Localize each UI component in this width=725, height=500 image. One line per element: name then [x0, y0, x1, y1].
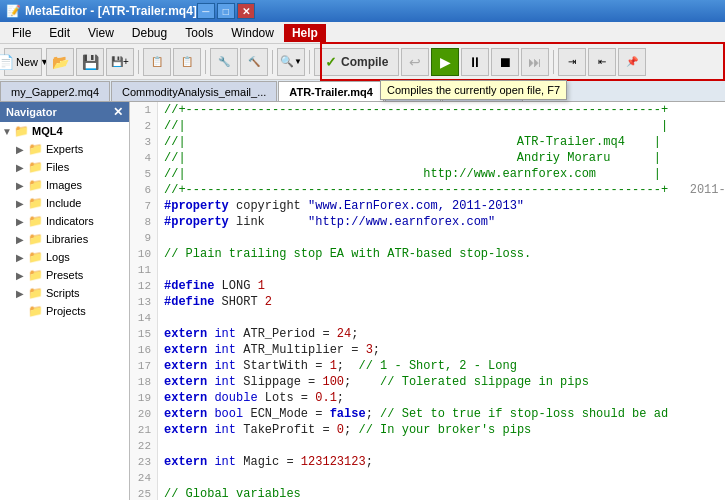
format-button[interactable]: 🔧	[210, 48, 238, 76]
nav-indicators[interactable]: ▶ 📁 Indicators	[0, 212, 129, 230]
window-controls[interactable]: ─ □ ✕	[197, 3, 255, 19]
menu-view[interactable]: View	[80, 24, 122, 42]
code-line-7: 7 #property copyright "www.EarnForex.com…	[130, 198, 725, 214]
stop-button[interactable]: ⏹	[491, 48, 519, 76]
files-expand-icon[interactable]: ▶	[16, 162, 28, 173]
mql4-expand-icon[interactable]: ▼	[2, 126, 14, 137]
code-line-5: 5 //| http://www.earnforex.com |	[130, 166, 725, 182]
menu-tools[interactable]: Tools	[177, 24, 221, 42]
code-line-20: 20 extern bool ECN_Mode = false; // Set …	[130, 406, 725, 422]
outdent-button[interactable]: ⇤	[588, 48, 616, 76]
indent-button[interactable]: ⇥	[558, 48, 586, 76]
close-button[interactable]: ✕	[237, 3, 255, 19]
code-line-15: 15 extern int ATR_Period = 24;	[130, 326, 725, 342]
save-all-button[interactable]: 💾+	[106, 48, 134, 76]
code-line-11: 11	[130, 262, 725, 278]
code-line-13: 13 #define SHORT 2	[130, 294, 725, 310]
navigator-close[interactable]: ✕	[113, 105, 123, 119]
tab-atr[interactable]: ATR-Trailer.mq4	[278, 81, 384, 101]
nav-scripts[interactable]: ▶ 📁 Scripts	[0, 284, 129, 302]
divider-2	[205, 50, 206, 74]
projects-folder-icon: 📁	[28, 304, 43, 318]
line-code-5: //| http://www.earnforex.com |	[158, 166, 661, 182]
menu-help[interactable]: Help	[284, 24, 326, 42]
code-line-16: 16 extern int ATR_Multiplier = 3;	[130, 342, 725, 358]
save-button[interactable]: 💾	[76, 48, 104, 76]
code-line-10: 10 // Plain trailing stop EA with ATR-ba…	[130, 246, 725, 262]
presets-expand-icon[interactable]: ▶	[16, 270, 28, 281]
line-code-10: // Plain trailing stop EA with ATR-based…	[158, 246, 531, 262]
nav-images[interactable]: ▶ 📁 Images	[0, 176, 129, 194]
view2-button[interactable]: 📋	[173, 48, 201, 76]
nav-tree: ▼ 📁 MQL4 ▶ 📁 Experts ▶ 📁 Files ▶ 📁 Image…	[0, 122, 129, 500]
step-button[interactable]: ⏭	[521, 48, 549, 76]
line-code-15: extern int ATR_Period = 24;	[158, 326, 358, 342]
line-code-4: //| Andriy Moraru |	[158, 150, 661, 166]
new-icon: 📄	[0, 54, 14, 70]
logs-expand-icon[interactable]: ▶	[16, 252, 28, 263]
code-line-1: 1 //+-----------------------------------…	[130, 102, 725, 118]
line-num-1: 1	[130, 102, 158, 118]
nav-files[interactable]: ▶ 📁 Files	[0, 158, 129, 176]
presets-folder-icon: 📁	[28, 268, 43, 282]
experts-expand-icon[interactable]: ▶	[16, 144, 28, 155]
line-num-2: 2	[130, 118, 158, 134]
indicators-expand-icon[interactable]: ▶	[16, 216, 28, 227]
bookmark-button[interactable]: 📌	[618, 48, 646, 76]
compile-text: Compile	[341, 55, 388, 69]
nav-presets[interactable]: ▶ 📁 Presets	[0, 266, 129, 284]
compile-button[interactable]: ✓ Compiles the currently open file, F7 C…	[314, 48, 399, 76]
format2-button[interactable]: 🔨	[240, 48, 268, 76]
pause-button[interactable]: ⏸	[461, 48, 489, 76]
code-line-9: 9	[130, 230, 725, 246]
line-num-12: 12	[130, 278, 158, 294]
nav-include[interactable]: ▶ 📁 Include	[0, 194, 129, 212]
include-expand-icon[interactable]: ▶	[16, 198, 28, 209]
view-button[interactable]: 📋	[143, 48, 171, 76]
code-line-18: 18 extern int Slippage = 100; // Tolerat…	[130, 374, 725, 390]
line-code-6: //+-------------------------------------…	[158, 182, 725, 198]
open-button[interactable]: 📂	[46, 48, 74, 76]
minimize-button[interactable]: ─	[197, 3, 215, 19]
nav-experts[interactable]: ▶ 📁 Experts	[0, 140, 129, 158]
logs-folder-icon: 📁	[28, 250, 43, 264]
images-expand-icon[interactable]: ▶	[16, 180, 28, 191]
tab-commodity[interactable]: CommodityAnalysis_email_...	[111, 81, 277, 101]
code-line-17: 17 extern int StartWith = 1; // 1 - Shor…	[130, 358, 725, 374]
line-code-9	[158, 230, 171, 246]
compile-tooltip: Compiles the currently open file, F7	[380, 80, 567, 100]
nav-files-label: Files	[46, 161, 69, 173]
code-line-6: 6 //+-----------------------------------…	[130, 182, 725, 198]
line-code-8: #property link "http://www.earnforex.com…	[158, 214, 495, 230]
menu-window[interactable]: Window	[223, 24, 282, 42]
libraries-expand-icon[interactable]: ▶	[16, 234, 28, 245]
menu-file[interactable]: File	[4, 24, 39, 42]
menu-edit[interactable]: Edit	[41, 24, 78, 42]
line-code-12: #define LONG 1	[158, 278, 265, 294]
main-area: Navigator ✕ ▼ 📁 MQL4 ▶ 📁 Experts ▶ 📁 Fil…	[0, 102, 725, 500]
nav-logs[interactable]: ▶ 📁 Logs	[0, 248, 129, 266]
code-editor[interactable]: 1 //+-----------------------------------…	[130, 102, 725, 500]
menu-bar: File Edit View Debug Tools Window Help	[0, 22, 725, 44]
maximize-button[interactable]: □	[217, 3, 235, 19]
code-line-21: 21 extern int TakeProfit = 0; // In your…	[130, 422, 725, 438]
new-button[interactable]: 📄 New ▼	[4, 48, 42, 76]
line-num-7: 7	[130, 198, 158, 214]
nav-libraries[interactable]: ▶ 📁 Libraries	[0, 230, 129, 248]
menu-debug[interactable]: Debug	[124, 24, 175, 42]
files-folder-icon: 📁	[28, 160, 43, 174]
scripts-expand-icon[interactable]: ▶	[16, 288, 28, 299]
code-line-3: 3 //| ATR-Trailer.mq4 |	[130, 134, 725, 150]
line-num-5: 5	[130, 166, 158, 182]
mql4-folder-icon: 📁	[14, 124, 29, 138]
line-num-20: 20	[130, 406, 158, 422]
libraries-folder-icon: 📁	[28, 232, 43, 246]
tab-gapper[interactable]: my_Gapper2.mq4	[0, 81, 110, 101]
undo-button[interactable]: ↩	[401, 48, 429, 76]
line-num-10: 10	[130, 246, 158, 262]
nav-mql4[interactable]: ▼ 📁 MQL4	[0, 122, 129, 140]
search-button[interactable]: 🔍 ▼	[277, 48, 305, 76]
nav-projects[interactable]: 📁 Projects	[0, 302, 129, 320]
line-code-17: extern int StartWith = 1; // 1 - Short, …	[158, 358, 517, 374]
run-button[interactable]: ▶	[431, 48, 459, 76]
